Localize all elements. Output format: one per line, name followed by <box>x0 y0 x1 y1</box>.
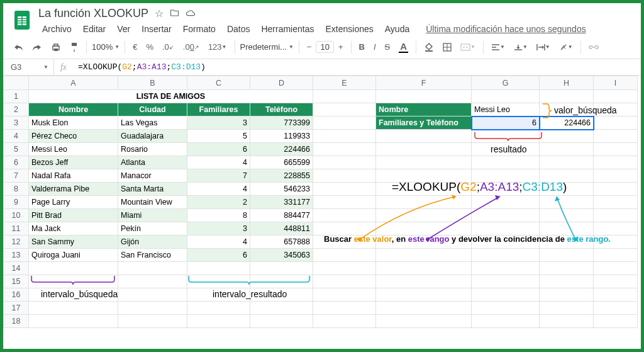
cell[interactable] <box>187 315 250 328</box>
cell[interactable] <box>594 90 638 103</box>
row-header-5[interactable]: 5 <box>4 143 29 156</box>
cell-c3[interactable]: 3 <box>187 116 250 130</box>
cell[interactable] <box>540 209 594 222</box>
cell[interactable] <box>376 130 472 143</box>
cell[interactable] <box>594 288 638 302</box>
cell[interactable] <box>376 90 472 103</box>
cell[interactable] <box>594 196 638 209</box>
cell[interactable]: Rosario <box>118 143 187 156</box>
cell[interactable] <box>313 209 376 222</box>
cell[interactable]: 2 <box>187 196 250 209</box>
cell[interactable] <box>313 288 376 302</box>
cell[interactable]: Messi Leo <box>29 143 118 156</box>
lookup-label-nombre[interactable]: Nombre <box>376 103 472 116</box>
cell[interactable]: San Francisco <box>118 249 187 262</box>
cell[interactable]: Quiroga Juani <box>29 249 118 262</box>
header-ciudad[interactable]: Ciudad <box>118 103 187 116</box>
cell[interactable] <box>29 262 118 275</box>
cell[interactable] <box>472 90 540 103</box>
redo-button[interactable] <box>30 41 45 54</box>
cell[interactable] <box>313 183 376 196</box>
cell[interactable]: Miami <box>118 209 187 222</box>
cell[interactable] <box>472 275 540 288</box>
cell[interactable] <box>594 130 638 143</box>
merge-button[interactable]: ▼ <box>458 42 478 53</box>
menu-ayuda[interactable]: Ayuda <box>381 23 413 35</box>
cell[interactable] <box>472 130 540 143</box>
menu-herramientas[interactable]: Herramientas <box>257 23 318 35</box>
row-header-16[interactable]: 16 <box>4 288 29 302</box>
cell[interactable] <box>594 156 638 169</box>
col-header-c[interactable]: C <box>187 76 250 90</box>
cell[interactable] <box>29 315 118 328</box>
row-header-4[interactable]: 4 <box>4 130 29 143</box>
cell[interactable] <box>472 262 540 275</box>
cell[interactable] <box>313 156 376 169</box>
row-header-14[interactable]: 14 <box>4 262 29 275</box>
spreadsheet-area[interactable]: A B C D E F G H I 1 LISTA DE AMIGOS 2 No… <box>3 76 641 328</box>
borders-button[interactable] <box>440 41 454 54</box>
cell[interactable] <box>540 143 594 156</box>
cell-d3[interactable]: 773399 <box>250 116 313 130</box>
cell[interactable] <box>118 302 187 315</box>
cell[interactable] <box>313 315 376 328</box>
cell[interactable] <box>250 262 313 275</box>
cell[interactable] <box>540 103 594 116</box>
cell[interactable] <box>187 262 250 275</box>
cell[interactable] <box>540 90 594 103</box>
cell[interactable] <box>313 262 376 275</box>
cell[interactable] <box>594 169 638 183</box>
cell[interactable] <box>118 275 187 288</box>
select-all-corner[interactable] <box>4 76 29 90</box>
increase-decimal-button[interactable]: .00↗ <box>180 40 202 54</box>
v-align-button[interactable]: ▼ <box>511 42 530 53</box>
cell-h3[interactable]: 224466 <box>540 116 594 130</box>
lookup-value-nombre[interactable]: Messi Leo <box>472 103 540 116</box>
header-nombre[interactable]: Nombre <box>29 103 118 116</box>
cell[interactable]: Ma Jack <box>29 222 118 236</box>
cell[interactable] <box>594 249 638 262</box>
row-header-13[interactable]: 13 <box>4 249 29 262</box>
cell[interactable]: 4 <box>187 183 250 196</box>
row-header-2[interactable]: 2 <box>4 103 29 116</box>
cell[interactable] <box>118 288 187 302</box>
cell[interactable] <box>594 222 638 236</box>
cell[interactable] <box>540 275 594 288</box>
undo-button[interactable] <box>11 41 26 54</box>
cell[interactable] <box>540 315 594 328</box>
cell[interactable]: 8 <box>187 209 250 222</box>
cell[interactable]: 119933 <box>250 130 313 143</box>
cell[interactable] <box>540 156 594 169</box>
cell[interactable]: Valderrama Pibe <box>29 183 118 196</box>
cell[interactable] <box>118 315 187 328</box>
cell[interactable] <box>376 196 472 209</box>
cell[interactable]: 228855 <box>250 169 313 183</box>
cell[interactable] <box>29 288 118 302</box>
cell[interactable] <box>376 288 472 302</box>
cell[interactable]: Manacor <box>118 169 187 183</box>
cell-b3[interactable]: Las Vegas <box>118 116 187 130</box>
row-header-6[interactable]: 6 <box>4 156 29 169</box>
doc-title[interactable]: La función XLOOKUP <box>38 7 148 20</box>
paint-format-button[interactable] <box>67 40 81 54</box>
cell[interactable] <box>313 116 376 130</box>
cell[interactable] <box>472 156 540 169</box>
cell[interactable] <box>594 262 638 275</box>
font-select[interactable]: Predetermi...▼ <box>240 42 294 52</box>
cell[interactable] <box>594 103 638 116</box>
col-header-e[interactable]: E <box>313 76 376 90</box>
cell[interactable]: 4 <box>187 156 250 169</box>
formula-input[interactable]: =XLOOKUP(G2;A3:A13;C3:D13) <box>73 62 206 72</box>
cell[interactable] <box>313 222 376 236</box>
cell[interactable] <box>472 249 540 262</box>
cell[interactable] <box>376 143 472 156</box>
decrease-decimal-button[interactable]: .0↙ <box>160 40 177 54</box>
col-header-g[interactable]: G <box>472 76 540 90</box>
row-header-3[interactable]: 3 <box>4 116 29 130</box>
cell[interactable] <box>376 249 472 262</box>
cell[interactable] <box>472 222 540 236</box>
row-header-9[interactable]: 9 <box>4 196 29 209</box>
cell[interactable] <box>594 315 638 328</box>
cell[interactable]: Pérez Checo <box>29 130 118 143</box>
table-title[interactable]: LISTA DE AMIGOS <box>29 90 313 103</box>
